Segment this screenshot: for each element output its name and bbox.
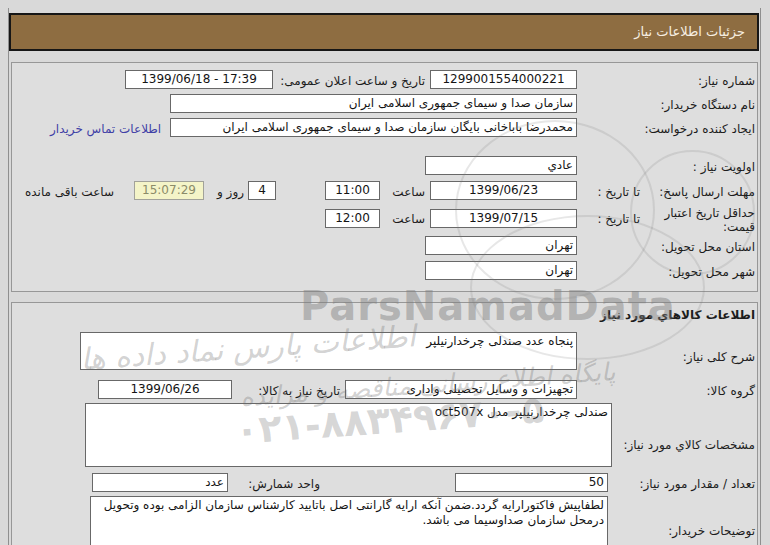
buyer-contact-link[interactable]: اطلاعات تماس خریدار [50, 122, 161, 136]
priority-field[interactable]: عادي [425, 156, 577, 175]
description-field[interactable]: پنجاه عدد صندلی چرخدارنیلپر [80, 332, 577, 370]
validity-time-field[interactable]: 12:00 [325, 209, 380, 228]
days-label: روز و [217, 185, 244, 199]
need-date-field[interactable]: 1399/06/26 [98, 380, 232, 399]
quantity-label: تعداد / مقدار مورد نیاز: [639, 477, 755, 491]
validity-until-label: تا تاریخ : [597, 212, 640, 226]
province-label: استان محل تحویل: [661, 240, 755, 254]
province-field[interactable]: تهران [425, 236, 577, 255]
unit-label: واحد شمارش: [248, 477, 320, 491]
description-label: شرح کلی نیاز: [683, 350, 755, 364]
specs-field[interactable]: صندلی چرخدارنیلپر مدل oct507x [85, 403, 612, 467]
validity-date-field[interactable]: 1399/07/15 [430, 209, 577, 228]
request-creator-field[interactable]: محمدرضا باباخانی بایگان سازمان صدا و سیم… [170, 118, 577, 137]
deadline-label: مهلت ارسال پاسخ: [659, 185, 755, 199]
priority-label: اولویت نیاز : [693, 160, 755, 174]
deadline-until-label: تا تاریخ : [597, 185, 640, 199]
city-field[interactable]: تهران [425, 261, 577, 280]
days-left-field[interactable]: 4 [248, 181, 276, 200]
page-title: جزئیات اطلاعات نیاز [9, 13, 759, 51]
category-field[interactable]: تجهیزات و وسایل تحصیلی واداری [345, 380, 577, 399]
remaining-hours-label: ساعت باقی مانده [25, 185, 114, 199]
buyer-notes-label: توضیحات خریدار: [668, 524, 755, 538]
city-label: شهر محل تحویل: [668, 265, 755, 279]
countdown-timer: 15:07:29 [134, 181, 204, 200]
validity-label-line2: قیمت: [723, 220, 755, 234]
buyer-name-field[interactable]: سازمان صدا و سیمای جمهوری اسلامی ایران [170, 94, 577, 113]
page-border-right [760, 8, 761, 545]
quantity-field[interactable]: 50 [455, 473, 608, 492]
page-border-left [8, 8, 9, 545]
specs-label: مشخصات کالاي مورد نیاز: [623, 438, 755, 452]
request-creator-label: ایجاد کننده درخواست: [644, 122, 755, 136]
deadline-hour-label: ساعت [392, 185, 425, 199]
deadline-time-field[interactable]: 11:00 [325, 181, 380, 200]
category-label: گروه کالا: [707, 384, 756, 398]
buyer-name-label: نام دستگاه خریدار: [661, 98, 756, 112]
announce-datetime-field[interactable]: 1399/06/18 - 17:39 [125, 70, 273, 89]
deadline-date-field[interactable]: 1399/06/23 [430, 181, 577, 200]
announce-datetime-label: تاریخ و ساعت اعلان عمومی: [280, 74, 425, 88]
need-date-label: تاریخ نیاز به کالا: [258, 384, 340, 398]
buyer-notes-field[interactable]: لطفاپیش فاکتورارایه گردد.ضمن آنکه ارایه … [90, 496, 608, 545]
goods-section-title: اطلاعات کالاهاي مورد نیاز [600, 308, 755, 322]
need-details-page: { "page": { "title": "جزئیات اطلاعات نیا… [0, 0, 770, 545]
validity-hour-label: ساعت [392, 212, 425, 226]
need-number-label: شماره نیاز: [698, 74, 755, 88]
unit-field[interactable]: عدد [92, 473, 228, 492]
need-number-field[interactable]: 1299001554000221 [430, 70, 577, 89]
validity-label-line1: حداقل تاریخ اعتبار [664, 206, 755, 220]
